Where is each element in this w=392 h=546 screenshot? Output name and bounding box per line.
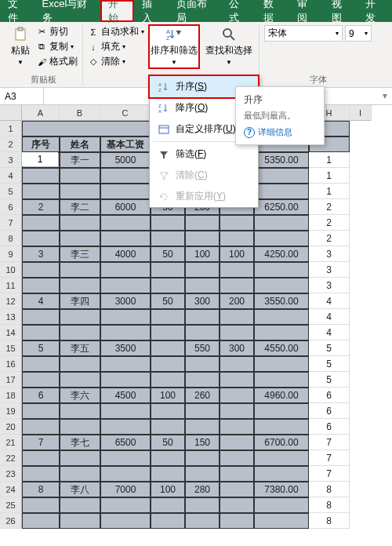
- cell[interactable]: 8: [309, 497, 350, 513]
- cell[interactable]: [185, 356, 220, 372]
- autosum-button[interactable]: Σ自动求和▾: [88, 25, 144, 38]
- cell[interactable]: [151, 309, 185, 325]
- cell[interactable]: [151, 372, 185, 388]
- cell[interactable]: [185, 372, 220, 388]
- col-header[interactable]: A: [22, 105, 60, 121]
- cell[interactable]: [151, 356, 185, 372]
- row-header[interactable]: 1: [0, 121, 22, 136]
- font-size-select[interactable]: 9▾: [345, 25, 372, 42]
- select-all-corner[interactable]: [0, 105, 22, 121]
- cell[interactable]: [220, 419, 254, 435]
- cell[interactable]: [151, 278, 185, 293]
- cell[interactable]: 3: [22, 246, 60, 262]
- cell[interactable]: 4: [309, 293, 350, 309]
- tab-0[interactable]: 文件: [0, 0, 34, 22]
- cell[interactable]: [151, 231, 185, 246]
- cell[interactable]: 6700.00: [254, 435, 309, 450]
- row-header[interactable]: 3: [0, 152, 22, 168]
- cell[interactable]: 李八: [60, 482, 100, 497]
- font-name-select[interactable]: 宋体▾: [264, 25, 343, 42]
- cell[interactable]: [220, 403, 254, 419]
- cell[interactable]: [220, 231, 254, 246]
- cell[interactable]: 100: [151, 388, 185, 403]
- cell[interactable]: [185, 497, 220, 513]
- cell[interactable]: 3550.00: [254, 293, 309, 309]
- cell[interactable]: [254, 466, 309, 482]
- cell[interactable]: 2: [309, 199, 350, 215]
- cell[interactable]: [220, 388, 254, 403]
- cell[interactable]: [185, 262, 220, 278]
- row-header[interactable]: 11: [0, 278, 22, 293]
- tab-1[interactable]: Excel与财务: [34, 0, 100, 22]
- cell[interactable]: [254, 231, 309, 246]
- tab-3[interactable]: 插入: [134, 0, 169, 22]
- cell[interactable]: [100, 450, 151, 466]
- cell[interactable]: [60, 309, 100, 325]
- cell[interactable]: 李七: [60, 435, 100, 450]
- cell[interactable]: [100, 215, 151, 231]
- tab-2[interactable]: 开始: [100, 0, 135, 22]
- collapse-icon[interactable]: ▾: [383, 90, 387, 101]
- cell[interactable]: [60, 513, 100, 529]
- cell[interactable]: [22, 168, 60, 184]
- paste-button[interactable]: 粘贴 ▼: [9, 25, 31, 68]
- cell[interactable]: 100: [185, 246, 220, 262]
- cell[interactable]: 2: [22, 199, 60, 215]
- cell[interactable]: 6000: [100, 199, 151, 215]
- cell[interactable]: 550: [185, 340, 220, 356]
- cell[interactable]: 5: [309, 340, 350, 356]
- row-header[interactable]: 23: [0, 466, 22, 482]
- cell[interactable]: 1: [309, 168, 350, 184]
- row-header[interactable]: 9: [0, 246, 22, 262]
- cell[interactable]: [60, 278, 100, 293]
- cell[interactable]: [22, 309, 60, 325]
- cell[interactable]: 100: [220, 246, 254, 262]
- row-header[interactable]: 8: [0, 231, 22, 246]
- cell[interactable]: [22, 497, 60, 513]
- cell[interactable]: [100, 403, 151, 419]
- cell[interactable]: [60, 184, 100, 199]
- cell[interactable]: [100, 497, 151, 513]
- tab-4[interactable]: 页面布局: [169, 0, 221, 22]
- cell[interactable]: 5: [309, 372, 350, 388]
- cell[interactable]: [254, 168, 309, 184]
- cell[interactable]: [254, 372, 309, 388]
- cell[interactable]: 6: [309, 419, 350, 435]
- cell[interactable]: [220, 435, 254, 450]
- cell[interactable]: [151, 403, 185, 419]
- tab-5[interactable]: 公式: [221, 0, 256, 22]
- cell[interactable]: [100, 513, 151, 529]
- cell[interactable]: [151, 340, 185, 356]
- cell[interactable]: [185, 309, 220, 325]
- row-header[interactable]: 19: [0, 403, 22, 419]
- sort-filter-button[interactable]: AZ 排序和筛选 ▼: [149, 25, 199, 68]
- cell[interactable]: [100, 262, 151, 278]
- cell[interactable]: [254, 419, 309, 435]
- cell[interactable]: 李六: [60, 388, 100, 403]
- cut-button[interactable]: ✂剪切: [36, 25, 78, 38]
- cell[interactable]: [60, 403, 100, 419]
- cell[interactable]: [100, 372, 151, 388]
- cell[interactable]: 6: [309, 403, 350, 419]
- cell[interactable]: [151, 466, 185, 482]
- cell[interactable]: 7: [22, 435, 60, 450]
- cell[interactable]: [220, 513, 254, 529]
- cell[interactable]: [100, 168, 151, 184]
- cell[interactable]: 李五: [60, 340, 100, 356]
- cell[interactable]: [254, 450, 309, 466]
- cell[interactable]: 8: [22, 482, 60, 497]
- cell[interactable]: 300: [220, 340, 254, 356]
- row-header[interactable]: 25: [0, 497, 22, 513]
- cell[interactable]: [22, 231, 60, 246]
- cell[interactable]: [60, 231, 100, 246]
- cell[interactable]: 8: [309, 513, 350, 529]
- cell[interactable]: [100, 231, 151, 246]
- cell[interactable]: [22, 356, 60, 372]
- name-box[interactable]: A3: [0, 88, 44, 104]
- cell[interactable]: [100, 309, 151, 325]
- copy-button[interactable]: ⧉复制▾: [36, 40, 78, 53]
- cell[interactable]: [22, 372, 60, 388]
- tab-6[interactable]: 数据: [256, 0, 290, 22]
- row-header[interactable]: 12: [0, 293, 22, 309]
- cell[interactable]: 1: [309, 152, 350, 168]
